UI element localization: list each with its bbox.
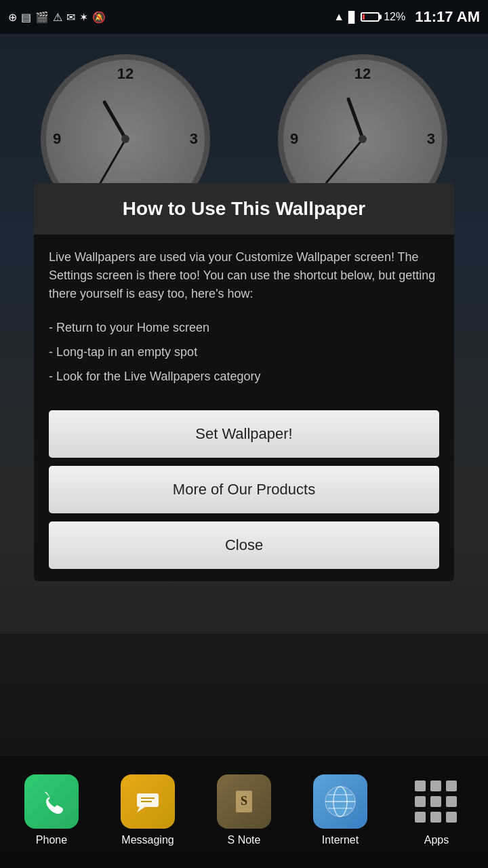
dock-snote[interactable]: S S Note	[207, 774, 281, 846]
dock-apps[interactable]: Apps	[399, 774, 474, 846]
wifi-icon: ▲	[333, 11, 344, 23]
dock-internet[interactable]: Internet	[303, 774, 378, 846]
phone-icon	[24, 774, 79, 829]
mute-icon: 🔕	[92, 11, 106, 24]
signal-icon: ▊	[348, 11, 357, 24]
status-bar: ⊕ ▤ 🎬 ⚠ ✉ ✶ 🔕 ▲ ▊ 12% 11:17 AM	[0, 0, 488, 34]
bottom-dock: Phone Messaging S S Note	[0, 756, 488, 868]
battery-percent: 12%	[384, 11, 405, 23]
phone-label: Phone	[36, 834, 67, 846]
status-time: 11:17 AM	[415, 8, 480, 26]
dialog-buttons: Set Wallpaper! More of Our Products Clos…	[34, 402, 454, 581]
dialog-instructions: - Return to your Home screen - Long-tap …	[49, 315, 439, 389]
more-products-button[interactable]: More of Our Products	[49, 466, 439, 513]
status-icons-left: ⊕ ▤ 🎬 ⚠ ✉ ✶ 🔕	[8, 11, 106, 24]
messaging-icon	[121, 774, 175, 829]
instruction-1: - Return to your Home screen	[49, 315, 439, 340]
clock-center-right	[359, 135, 367, 143]
snote-icon: S	[217, 774, 271, 829]
battery-fill	[363, 14, 365, 20]
gmail-icon: ✉	[66, 11, 75, 24]
dialog-title-bar: How to Use This Wallpaper	[34, 183, 454, 235]
svg-marker-1	[137, 807, 145, 812]
dock-phone[interactable]: Phone	[14, 774, 89, 846]
dialog-body: Live Wallpapers are used via your Custom…	[34, 235, 454, 402]
battery-indicator	[361, 12, 380, 22]
add-icon: ⊕	[8, 11, 17, 24]
svg-rect-0	[137, 793, 159, 807]
bluetooth-icon: ✶	[79, 11, 88, 24]
dock-messaging[interactable]: Messaging	[110, 774, 185, 846]
apps-background	[0, 634, 488, 756]
apps-label: Apps	[424, 834, 449, 846]
internet-icon	[313, 774, 367, 829]
status-icons-right: ▲ ▊ 12% 11:17 AM	[333, 8, 480, 26]
svg-text:S: S	[241, 794, 247, 808]
messaging-label: Messaging	[121, 834, 174, 846]
how-to-dialog: How to Use This Wallpaper Live Wallpaper…	[34, 183, 454, 581]
dialog-title: How to Use This Wallpaper	[47, 198, 441, 220]
clock-center-left	[121, 135, 129, 143]
dialog-body-text: Live Wallpapers are used via your Custom…	[49, 248, 439, 303]
set-wallpaper-button[interactable]: Set Wallpaper!	[49, 410, 439, 458]
instruction-2: - Long-tap in an empty spot	[49, 340, 439, 364]
video-icon: 🎬	[35, 11, 49, 24]
instruction-3: - Look for the Live Wallpapers category	[49, 364, 439, 389]
apps-icon	[409, 774, 464, 829]
close-button[interactable]: Close	[49, 521, 439, 569]
snote-label: S Note	[228, 834, 261, 846]
warning-icon: ⚠	[53, 11, 62, 24]
file-icon: ▤	[21, 11, 31, 24]
internet-label: Internet	[322, 834, 359, 846]
